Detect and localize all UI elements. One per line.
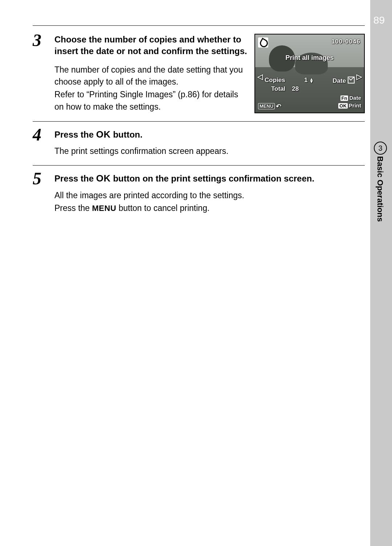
step-number: 4 [33, 127, 54, 142]
step-separator [33, 165, 365, 166]
chapter-label: Basic Operations [375, 156, 385, 222]
step-paragraph: The print settings confirmation screen a… [54, 145, 365, 157]
step-paragraph: Refer to “Printing Single Images” (p.86)… [54, 89, 248, 113]
spinner-icon: ▲ ▼ [309, 78, 314, 83]
step-heading: Press the OK button. [54, 128, 365, 141]
lcd-fn-hint: FnDate [340, 95, 361, 101]
step-5: 5 Press the OK button on the print setti… [33, 171, 365, 214]
return-icon: ↶ [276, 102, 281, 110]
step-heading: Choose the number of copies and whether … [54, 34, 248, 57]
side-tab: 89 3 Basic Operations [370, 0, 392, 546]
date-label: Date [332, 77, 346, 84]
fn-hint-label: Date [349, 95, 361, 101]
menu-button-glyph: MENU [92, 204, 117, 213]
step-3: 3 Choose the number of copies and whethe… [33, 32, 365, 113]
total-value: 28 [292, 85, 299, 93]
ok-hint-label: Print [349, 102, 361, 109]
folder-frame-number: 100-0046 [331, 38, 360, 45]
ok-button-glyph: OK [96, 173, 111, 184]
ok-button-glyph: OK [96, 129, 111, 140]
ok-hint: OKPrint [338, 102, 361, 110]
step-paragraph: All the images are printed according to … [54, 190, 365, 201]
step-heading: Press the OK button on the print setting… [54, 172, 365, 185]
lcd-settings-row-1: Copies 1 ▲ ▼ Date [255, 77, 364, 85]
step-separator [33, 121, 365, 122]
step-number: 5 [33, 171, 54, 186]
date-group: Date [332, 77, 355, 85]
copies-value: 1 [304, 77, 307, 83]
print-mode-banner: Print all images [255, 54, 364, 62]
step-number: 3 [33, 32, 54, 48]
menu-chip: MENU [258, 103, 275, 109]
page-number: 89 [373, 15, 385, 26]
step-paragraph: Press the MENU button to cancel printing… [54, 202, 365, 214]
top-rule [33, 25, 365, 26]
chapter-number-badge: 3 [374, 142, 387, 155]
camera-lcd-preview: 100-0046 Print all images ◁ ▷ Copies 1 ▲… [254, 34, 365, 113]
step-paragraph: The number of copies and the date settin… [54, 64, 248, 88]
manual-page: 89 3 Basic Operations 3 Choose the numbe… [0, 0, 392, 546]
lcd-bottom-hints: MENU↶ OKPrint [258, 102, 361, 110]
copies-label: Copies [265, 77, 285, 85]
ok-chip: OK [338, 103, 348, 109]
page-content: 3 Choose the number of copies and whethe… [33, 25, 365, 217]
step-4: 4 Press the OK button. The print setting… [33, 127, 365, 157]
pictbridge-icon [258, 37, 268, 48]
date-checkbox-icon [348, 77, 355, 83]
total-label: Total [271, 85, 285, 93]
lcd-settings-row-2: Total 28 [255, 85, 364, 93]
copies-value-group: 1 ▲ ▼ [304, 77, 314, 85]
menu-hint: MENU↶ [258, 102, 281, 110]
fn-chip: Fn [340, 95, 348, 101]
